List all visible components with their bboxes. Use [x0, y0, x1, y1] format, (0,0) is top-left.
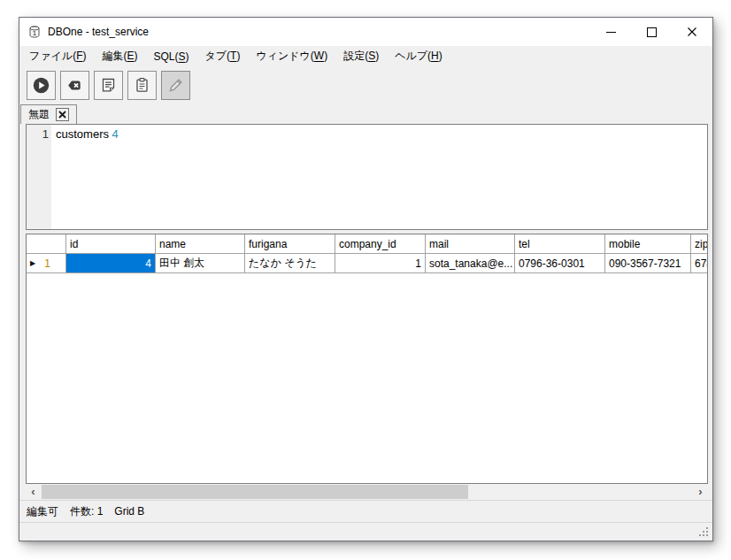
column-header-mobile[interactable]: mobile	[605, 234, 691, 254]
maximize-icon	[647, 27, 657, 37]
scrollbar-thumb[interactable]	[42, 485, 468, 499]
horizontal-scrollbar[interactable]: ‹ ›	[26, 484, 708, 500]
row-number: 1	[44, 257, 50, 270]
table-row: ▶14田中 創太たなか そうた1sota_tanaka@e...0796-36-…	[27, 254, 707, 273]
paste-button[interactable]	[127, 71, 157, 100]
window-controls	[590, 18, 712, 46]
editor-line: customers 4	[56, 127, 707, 142]
toolbar	[19, 66, 712, 104]
cell-id[interactable]: 4	[66, 254, 156, 273]
edit-state-label: 編集可	[27, 504, 58, 519]
column-header-mail[interactable]: mail	[426, 234, 515, 254]
column-header-tel[interactable]: tel	[515, 234, 605, 254]
run-icon	[32, 76, 50, 95]
cell-mail[interactable]: sota_tanaka@e...	[426, 254, 515, 273]
stop-button[interactable]	[60, 71, 89, 100]
menu-settings[interactable]: 設定(S)	[335, 46, 387, 66]
database-icon: 1	[27, 25, 42, 39]
edit-pencil-button[interactable]	[161, 71, 190, 100]
cell-company_id[interactable]: 1	[335, 254, 426, 273]
row-header[interactable]: ▶1	[27, 254, 66, 273]
window-title: DBOne - test_service	[48, 26, 149, 38]
menu-tab[interactable]: タブ(T)	[197, 46, 249, 66]
menu-file[interactable]: ファイル(F)	[21, 46, 94, 66]
column-header-id[interactable]: id	[66, 234, 156, 254]
column-header-name[interactable]: name	[156, 234, 245, 254]
line-number: 1	[27, 127, 51, 142]
cell-zip[interactable]: 678	[691, 254, 708, 273]
status-bar: 編集可 件数: 1 Grid B	[19, 500, 712, 522]
close-icon	[687, 27, 697, 37]
grid-mode-label: Grid B	[114, 505, 144, 518]
column-header-zip[interactable]: zip	[691, 234, 708, 254]
sql-editor[interactable]: 1 customers 4	[26, 124, 708, 230]
title-bar: 1 DBOne - test_service	[19, 18, 712, 46]
menu-window[interactable]: ウィンドウ(W)	[248, 46, 335, 66]
column-header-company_id[interactable]: company_id	[335, 234, 426, 254]
grid-header-row: idnamefuriganacompany_idmailtelmobilezip	[27, 234, 707, 254]
cell-tel[interactable]: 0796-36-0301	[515, 254, 605, 273]
svg-text:1: 1	[33, 29, 37, 37]
line-number-gutter: 1	[27, 125, 51, 229]
stop-icon	[65, 76, 84, 95]
menu-help[interactable]: ヘルプ(H)	[387, 46, 450, 66]
status-strip	[19, 522, 712, 541]
scroll-left-icon[interactable]: ‹	[26, 484, 41, 500]
column-header-furigana[interactable]: furigana	[245, 234, 335, 254]
minimize-icon	[606, 32, 616, 33]
tab-untitled[interactable]: 無題	[20, 104, 77, 124]
close-button[interactable]	[672, 18, 712, 46]
run-button[interactable]	[27, 71, 56, 100]
memo-icon	[99, 76, 118, 95]
editor-text-area[interactable]: customers 4	[51, 125, 707, 229]
row-count-label: 件数: 1	[70, 504, 103, 519]
menu-edit[interactable]: 編集(E)	[94, 46, 145, 66]
edit-pencil-icon	[166, 76, 185, 95]
maximize-button[interactable]	[631, 18, 672, 46]
close-icon	[58, 111, 66, 119]
app-window: 1 DBOne - test_service ファイル(F)編集(E)SQL(S…	[19, 17, 713, 541]
result-grid: idnamefuriganacompany_idmailtelmobilezip…	[26, 234, 708, 484]
tab-bar: 無題	[19, 104, 712, 124]
tab-label: 無題	[28, 107, 50, 122]
memo-button[interactable]	[94, 71, 123, 100]
cell-furigana[interactable]: たなか そうた	[245, 254, 335, 273]
desktop: 1 DBOne - test_service ファイル(F)編集(E)SQL(S…	[0, 0, 731, 560]
menu-sql[interactable]: SQL(S)	[145, 48, 196, 65]
scroll-right-icon[interactable]: ›	[693, 484, 708, 500]
menu-bar: ファイル(F)編集(E)SQL(S)タブ(T)ウィンドウ(W)設定(S)ヘルプ(…	[19, 46, 712, 66]
grid-corner-cell[interactable]	[27, 234, 66, 254]
current-row-arrow-icon: ▶	[30, 260, 35, 267]
minimize-button[interactable]	[590, 18, 631, 46]
paste-icon	[133, 76, 151, 95]
cell-mobile[interactable]: 090-3567-7321	[605, 254, 691, 273]
cell-name[interactable]: 田中 創太	[156, 254, 245, 273]
tab-close-button[interactable]	[56, 108, 69, 121]
resize-grip[interactable]	[698, 527, 708, 537]
